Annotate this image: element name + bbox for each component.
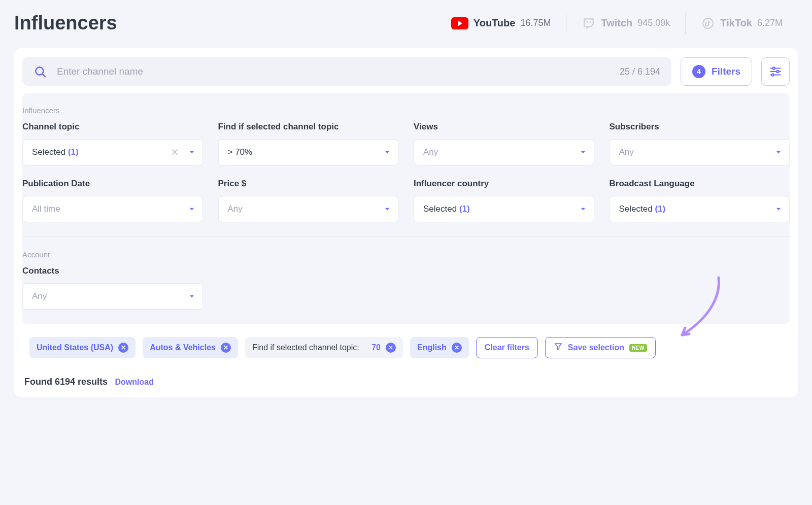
platform-tiktok[interactable]: TikTok 6.27M bbox=[685, 13, 798, 34]
filter-save-icon bbox=[554, 342, 563, 353]
results-summary: Found 6194 results Download bbox=[22, 364, 790, 387]
remove-chip-icon[interactable]: ✕ bbox=[221, 343, 231, 353]
country-select[interactable]: Selected (1) bbox=[414, 196, 594, 222]
contacts-select[interactable]: Any bbox=[22, 283, 203, 310]
chevron-down-icon bbox=[188, 206, 195, 213]
filter-chip-topic[interactable]: Autos & Vehicles ✕ bbox=[143, 337, 238, 358]
search-box[interactable]: 25 / 6 194 bbox=[22, 57, 671, 86]
filter-label: Channel topic bbox=[22, 122, 203, 132]
filter-chip-find-if[interactable]: Find if selected channel topic: 70 ✕ bbox=[245, 337, 403, 358]
chevron-down-icon bbox=[188, 149, 195, 156]
active-filters-bar: United States (USA) ✕ Autos & Vehicles ✕… bbox=[22, 331, 790, 364]
search-input[interactable] bbox=[56, 65, 611, 78]
chevron-down-icon bbox=[384, 149, 391, 156]
youtube-icon bbox=[451, 17, 468, 29]
platform-tabs: YouTube 16.75M Twitch 945.09k TikTok 6.2… bbox=[436, 13, 798, 34]
section-label-influencers: Influencers bbox=[22, 106, 790, 122]
filter-label: Influencer country bbox=[414, 179, 594, 189]
tiktok-icon bbox=[701, 16, 715, 30]
twitch-icon bbox=[582, 16, 596, 30]
filter-label: Broadcast Language bbox=[610, 179, 790, 189]
views-select[interactable]: Any bbox=[414, 139, 594, 165]
filter-label: Contacts bbox=[22, 266, 203, 276]
divider bbox=[22, 237, 790, 237]
filters-count-badge: 4 bbox=[692, 65, 705, 78]
platform-count: 945.09k bbox=[637, 18, 670, 28]
svg-point-4 bbox=[773, 67, 775, 69]
chevron-down-icon bbox=[384, 206, 391, 213]
platform-count: 16.75M bbox=[520, 18, 551, 28]
svg-line-2 bbox=[43, 74, 45, 77]
chevron-down-icon bbox=[775, 149, 782, 156]
section-label-account: Account bbox=[22, 250, 790, 266]
publication-date-select[interactable]: All time bbox=[22, 196, 203, 222]
platform-twitch[interactable]: Twitch 945.09k bbox=[566, 13, 685, 34]
filter-label: Find if selected channel topic bbox=[218, 122, 399, 132]
filters-label: Filters bbox=[712, 66, 740, 77]
search-counter: 25 / 6 194 bbox=[620, 66, 660, 77]
filter-label: Subscribers bbox=[610, 122, 790, 132]
chevron-down-icon bbox=[580, 206, 587, 213]
new-badge: NEW bbox=[629, 344, 647, 352]
remove-chip-icon[interactable]: ✕ bbox=[452, 343, 462, 353]
clear-selection-icon[interactable]: ✕ bbox=[171, 147, 179, 157]
find-if-select[interactable]: > 70% bbox=[218, 139, 399, 165]
remove-chip-icon[interactable]: ✕ bbox=[386, 343, 396, 353]
filter-label: Publication Date bbox=[22, 179, 203, 189]
svg-point-8 bbox=[771, 74, 773, 76]
filters-button[interactable]: 4 Filters bbox=[681, 57, 752, 86]
price-select[interactable]: Any bbox=[218, 196, 399, 222]
platform-name: Twitch bbox=[601, 17, 632, 29]
filter-settings-button[interactable] bbox=[761, 57, 790, 86]
channel-topic-select[interactable]: Selected (1) ✕ bbox=[22, 139, 203, 165]
subscribers-select[interactable]: Any bbox=[610, 139, 790, 165]
svg-point-6 bbox=[776, 71, 779, 73]
remove-chip-icon[interactable]: ✕ bbox=[118, 343, 128, 353]
filter-chip-language[interactable]: English ✕ bbox=[410, 337, 469, 358]
page-title: Influencers bbox=[14, 12, 117, 34]
search-icon bbox=[33, 65, 47, 78]
download-link[interactable]: Download bbox=[115, 378, 154, 386]
platform-count: 6.27M bbox=[757, 18, 783, 28]
save-selection-button[interactable]: Save selection NEW bbox=[545, 337, 656, 358]
filter-label: Views bbox=[414, 122, 594, 132]
language-select[interactable]: Selected (1) bbox=[610, 196, 790, 222]
platform-name: YouTube bbox=[473, 17, 516, 29]
platform-name: TikTok bbox=[720, 17, 752, 29]
chevron-down-icon bbox=[188, 293, 195, 300]
main-panel: 25 / 6 194 4 Filters Influencers Channel… bbox=[14, 48, 798, 397]
results-count: Found 6194 results bbox=[24, 377, 108, 387]
filter-chip-country[interactable]: United States (USA) ✕ bbox=[29, 337, 136, 358]
chevron-down-icon bbox=[775, 206, 782, 213]
filters-panel: Influencers Channel topic Selected (1) ✕… bbox=[22, 93, 790, 324]
filter-label: Price $ bbox=[218, 179, 399, 189]
chevron-down-icon bbox=[580, 149, 587, 156]
clear-filters-button[interactable]: Clear filters bbox=[476, 337, 538, 358]
platform-youtube[interactable]: YouTube 16.75M bbox=[436, 13, 566, 34]
